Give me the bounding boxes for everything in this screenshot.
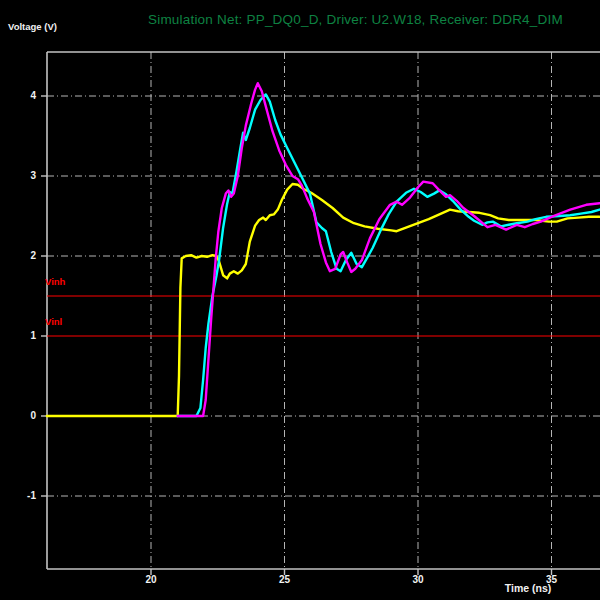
waveform-svg	[0, 0, 600, 600]
vinl-threshold-label: Vinl	[45, 316, 62, 327]
y-tick-label: 4	[4, 89, 36, 103]
y-tick-label: 0	[4, 409, 36, 423]
trace-magenta	[178, 83, 600, 416]
y-tick-label: 1	[4, 329, 36, 343]
y-tick-label: 3	[4, 169, 36, 183]
plot-area	[0, 0, 600, 600]
trace-yellow	[47, 184, 600, 416]
simulation-window: { "title": { "text": "Simulation Net: PP…	[0, 0, 600, 600]
y-tick-label: -1	[4, 489, 36, 503]
vinh-threshold-label: Vinh	[45, 276, 65, 287]
y-tick-label: 2	[4, 249, 36, 263]
voltage-axis-label: Voltage (V)	[8, 21, 57, 32]
x-tick-label: 30	[404, 573, 432, 587]
trace-cyan	[178, 94, 600, 416]
x-tick-label: 20	[137, 573, 165, 587]
x-tick-label: 35	[538, 573, 566, 587]
plot-title: Simulation Net: PP_DQ0_D, Driver: U2.W18…	[148, 12, 563, 27]
x-tick-label: 25	[271, 573, 299, 587]
